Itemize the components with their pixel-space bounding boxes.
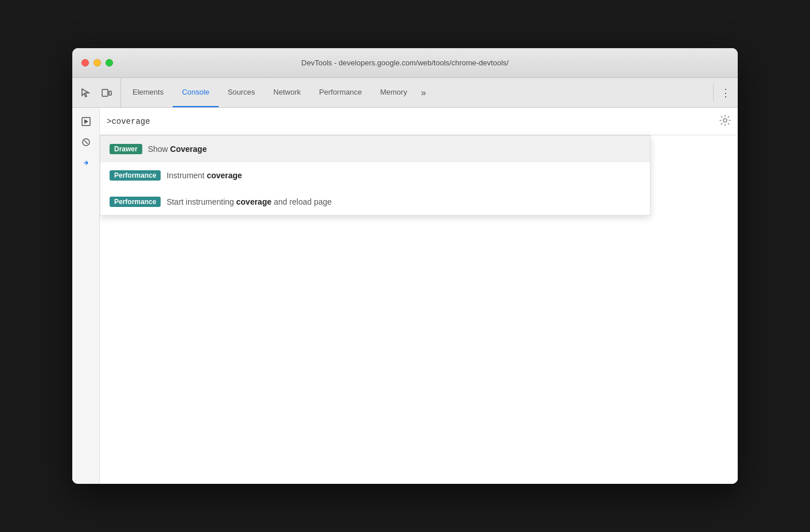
console-input[interactable]: >coverage [107,117,719,126]
tab-performance[interactable]: Performance [310,78,371,107]
tab-overflow-button[interactable]: » [416,78,431,107]
title-bar: DevTools - developers.google.com/web/too… [72,48,738,78]
traffic-lights [81,59,113,66]
svg-point-6 [723,119,727,122]
tab-elements[interactable]: Elements [123,78,173,107]
svg-rect-0 [102,89,108,96]
devtools-tab-bar: Elements Console Sources Network Perform… [72,78,738,108]
autocomplete-text-start-instrumenting: Start instrumenting coverage and reload … [166,197,332,206]
settings-button[interactable]: ⋮ [714,78,738,107]
tab-list: Elements Console Sources Network Perform… [121,78,713,107]
autocomplete-text-instrument-coverage: Instrument coverage [166,171,242,180]
autocomplete-item-start-instrumenting[interactable]: Performance Start instrumenting coverage… [100,189,650,215]
autocomplete-item-show-coverage[interactable]: Drawer Show Coverage [100,136,650,162]
devtools-window: DevTools - developers.google.com/web/too… [72,48,738,484]
devtools-content: >coverage Drawer Show Coverage [72,108,738,484]
settings-icon: ⋮ [721,87,731,99]
tab-network[interactable]: Network [264,78,310,107]
maximize-button[interactable] [106,59,113,66]
tab-console[interactable]: Console [173,78,219,107]
tab-sources[interactable]: Sources [219,78,264,107]
performance-badge-1: Performance [110,170,161,181]
window-title: DevTools - developers.google.com/web/too… [301,58,508,67]
svg-line-5 [84,140,88,144]
autocomplete-text-show-coverage: Show Coverage [148,144,207,154]
close-button[interactable] [81,59,89,66]
devtools-sidebar-icons [72,78,121,107]
filter-button[interactable] [77,133,95,151]
execute-button[interactable] [77,112,95,131]
autocomplete-dropdown: Drawer Show Coverage Performance Instrum… [100,135,651,216]
performance-badge-2: Performance [110,197,161,207]
main-area: >coverage Drawer Show Coverage [100,108,738,484]
tab-memory[interactable]: Memory [371,78,416,107]
console-input-bar[interactable]: >coverage [100,108,738,135]
minimize-button[interactable] [94,59,101,66]
expand-button[interactable] [77,154,95,172]
drawer-badge: Drawer [110,144,142,154]
svg-rect-1 [109,91,111,95]
autocomplete-item-instrument-coverage[interactable]: Performance Instrument coverage [100,162,650,189]
svg-marker-3 [84,119,88,124]
device-toolbar-button[interactable] [98,84,116,102]
settings-gear[interactable] [719,115,731,128]
inspect-element-button[interactable] [77,84,95,102]
left-sidebar [72,108,100,484]
